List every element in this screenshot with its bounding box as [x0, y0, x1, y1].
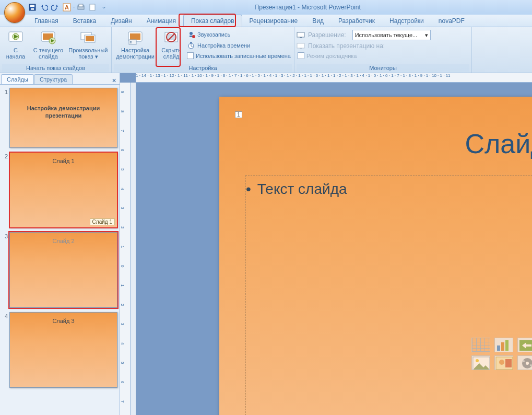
record-narration-link[interactable]: Звукозапись [186, 30, 292, 39]
undo-icon[interactable] [39, 2, 49, 13]
monitor-icon [297, 42, 305, 50]
group-monitors-label: Мониторы [297, 64, 469, 72]
tab-insert[interactable]: Вставка [66, 15, 104, 27]
svg-rect-20 [130, 42, 132, 43]
svg-rect-18 [129, 40, 136, 44]
window-title: Презентация1 - Microsoft PowerPoint [109, 4, 532, 11]
thumbnail-2[interactable]: Слайд 1 Слайд 1 [9, 152, 117, 228]
svg-rect-2 [31, 8, 34, 10]
svg-rect-34 [501, 342, 504, 351]
workspace: Слайды Структура ✕ 1 Настройка демонстра… [0, 73, 532, 415]
from-current-label: С текущего слайда [32, 47, 64, 60]
ribbon-tabs: Главная Вставка Дизайн Анимация Показ сл… [0, 15, 532, 27]
thumb-num: 2 [2, 152, 9, 228]
office-button[interactable] [4, 2, 25, 23]
title-bar: A · Презентация1 - Microsoft PowerPoint [0, 0, 532, 15]
slides-panel: Слайды Структура ✕ 1 Настройка демонстра… [0, 73, 120, 415]
tab-review[interactable]: Рецензирование [242, 15, 305, 27]
svg-rect-1 [30, 5, 34, 7]
svg-rect-19 [130, 41, 132, 42]
thumb-num: 4 [2, 312, 9, 388]
show-on-label: Показать презентацию на: [308, 42, 385, 50]
print-preview-icon[interactable] [76, 2, 86, 13]
insert-smartart-icon[interactable] [517, 338, 532, 352]
insert-media-icon[interactable] [517, 355, 532, 370]
svg-rect-30 [300, 37, 302, 38]
resolution-dropdown[interactable]: Использовать текуще...▾ [352, 30, 431, 40]
svg-point-40 [499, 360, 504, 365]
svg-point-38 [476, 359, 479, 362]
custom-show-button[interactable]: Произвольный показ ▾ [67, 28, 109, 61]
svg-rect-31 [297, 43, 304, 48]
custom-show-label: Произвольный показ ▾ [68, 47, 108, 60]
insert-chart-icon[interactable] [494, 338, 513, 352]
tab-home[interactable]: Главная [27, 15, 66, 27]
svg-rect-32 [300, 48, 302, 49]
setup-show-label: Настройка демонстрации [116, 47, 155, 60]
svg-point-43 [526, 362, 529, 365]
tab-novapdf[interactable]: novaPDF [431, 15, 472, 27]
svg-rect-29 [297, 32, 304, 37]
thumb-num: 3 [2, 232, 9, 308]
slide-body-placeholder[interactable]: Текст слайда [245, 175, 532, 415]
thumb-tooltip: Слайд 1 [90, 218, 115, 225]
save-icon[interactable] [27, 2, 38, 13]
slide-title-placeholder[interactable]: Слайд 2 [245, 128, 532, 159]
svg-point-45 [530, 364, 532, 366]
sidetab-outline[interactable]: Структура [34, 74, 73, 84]
slide-canvas: 1 · 14 · 1 · 13 · 1 · 12 · 1 · 11 · 1 · … [120, 73, 532, 415]
tab-slideshow[interactable]: Показ слайдов [183, 15, 242, 27]
thumbnail-1[interactable]: Настройка демонстрации презентации [9, 88, 117, 148]
new-doc-icon[interactable] [87, 2, 98, 13]
setup-show-button[interactable]: Настройка демонстрации [114, 28, 157, 61]
close-panel-icon[interactable]: ✕ [112, 77, 116, 84]
tab-developer[interactable]: Разработчик [331, 15, 382, 27]
svg-point-44 [523, 360, 525, 362]
redo-icon[interactable] [50, 2, 61, 13]
insert-clipart-icon[interactable] [494, 355, 513, 370]
monitor-icon [297, 31, 305, 39]
thumbnail-3[interactable]: Слайд 2 [9, 232, 117, 308]
qat-separator: · [73, 4, 75, 11]
thumbnail-4[interactable]: Слайд 3 [9, 312, 117, 388]
hide-slide-button[interactable]: Скрыть слайд [158, 28, 185, 61]
from-current-button[interactable]: С текущего слайда [30, 28, 66, 61]
hide-slide-label: Скрыть слайд [160, 47, 183, 60]
chevron-down-icon: ▾ [425, 32, 428, 39]
rehearse-timings-link[interactable]: Настройка времени [186, 41, 292, 50]
svg-rect-28 [190, 42, 192, 43]
horizontal-ruler: 1 · 14 · 1 · 13 · 1 · 12 · 1 · 11 · 1 · … [136, 73, 532, 83]
resolution-label: Разрешение: [308, 31, 346, 39]
insert-table-icon[interactable] [471, 338, 490, 352]
tab-addins[interactable]: Надстройки [382, 15, 431, 27]
thumb-num: 1 [2, 88, 9, 148]
svg-point-26 [192, 35, 195, 38]
quick-access-toolbar: A · [27, 2, 109, 13]
use-timings-checkbox[interactable]: Использовать записанные времена [186, 52, 292, 60]
bullet-text: Текст слайда [246, 181, 532, 198]
slide-number-badge: 1 [235, 111, 242, 118]
svg-point-25 [190, 32, 193, 35]
qat-font-icon[interactable]: A [62, 2, 72, 13]
from-beginning-button[interactable]: С начала [2, 28, 29, 61]
vertical-ruler: 98765432101234567 [120, 83, 131, 415]
svg-rect-7 [90, 4, 95, 10]
svg-rect-33 [497, 345, 500, 351]
group-start-label: Начать показ слайдов [2, 64, 109, 72]
tab-design[interactable]: Дизайн [103, 15, 139, 27]
tab-view[interactable]: Вид [305, 15, 331, 27]
presenter-view-checkbox[interactable]: Режим докладчика [297, 52, 358, 60]
svg-rect-6 [79, 4, 83, 7]
qat-dropdown-icon[interactable] [99, 2, 109, 13]
ribbon: С начала С текущего слайда Произвольный … [0, 27, 532, 73]
tab-animation[interactable]: Анимация [139, 15, 183, 27]
insert-picture-icon[interactable] [471, 355, 490, 370]
group-settings-label: Настройка [114, 64, 292, 72]
svg-text:A: A [65, 4, 69, 10]
sidetab-slides[interactable]: Слайды [1, 74, 34, 84]
ruler-corner [131, 83, 136, 415]
slide-editor[interactable]: 1 Слайд 2 Текст слайда [219, 97, 532, 415]
svg-rect-15 [86, 36, 94, 41]
svg-rect-41 [505, 359, 512, 367]
svg-rect-35 [505, 340, 509, 351]
